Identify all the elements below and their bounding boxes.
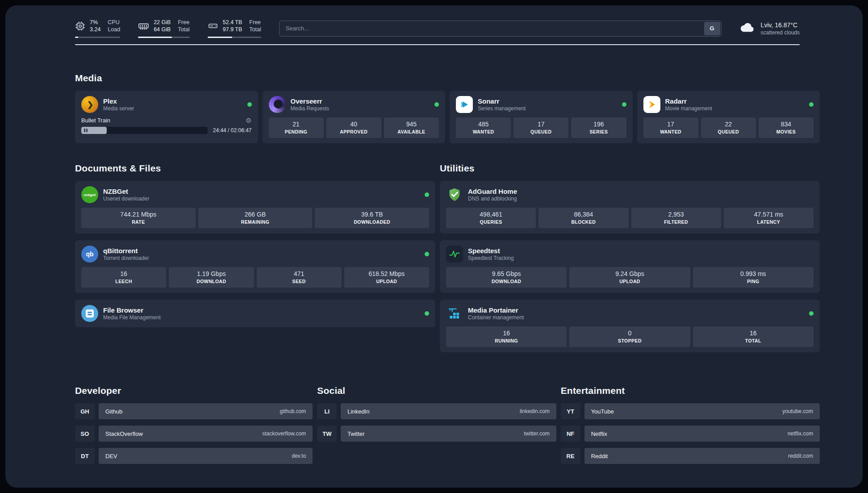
weather-location: Lviv, 16.87°C xyxy=(761,21,800,29)
service-card-overseerr[interactable]: Overseerr Media Requests 21PENDING 40APP… xyxy=(263,91,446,143)
section-title-utilities: Utilities xyxy=(440,163,820,174)
bookmark-twitter[interactable]: TW Twittertwitter.com xyxy=(317,426,556,442)
service-card-sonarr[interactable]: Sonarr Series management 485WANTED 17QUE… xyxy=(450,91,633,143)
disk-free-label: Free xyxy=(249,19,261,26)
disk-usage-bar xyxy=(208,37,261,38)
bookmark-abbr: DT xyxy=(75,448,95,464)
status-online-dot xyxy=(434,102,439,107)
stat-tile: 39.6 TBDOWNLOADED xyxy=(315,208,429,228)
disk-icon xyxy=(208,21,218,31)
bookmark-dev[interactable]: DT DEVdev.to xyxy=(75,448,313,464)
service-subtitle: Torrent downloader xyxy=(103,255,149,262)
dashboard-root: 7% 3.24 CPU Load xyxy=(5,5,863,488)
stat-tile: 471SEED xyxy=(257,267,342,288)
service-subtitle: Movie management xyxy=(665,105,712,112)
stat-tile: 945AVAILABLE xyxy=(384,117,439,138)
service-name: Sonarr xyxy=(478,97,526,105)
playback-time: 24:44 / 02:06:47 xyxy=(213,127,252,134)
section-title-entertainment: Entertainment xyxy=(561,385,820,396)
stat-tile: 16LEECH xyxy=(81,267,166,288)
bookmark-linkedin[interactable]: LI LinkedInlinkedin.com xyxy=(317,403,556,419)
topbar: 7% 3.24 CPU Load xyxy=(75,19,800,38)
section-title-social: Social xyxy=(317,385,556,396)
service-card-qbittorrent[interactable]: qb qBittorrent Torrent downloader 16LEEC… xyxy=(75,240,435,293)
cpu-widget: 7% 3.24 CPU Load xyxy=(75,19,120,38)
disk-widget: 52.4 TB 97.9 TB Free Total xyxy=(208,19,261,38)
service-name: File Browser xyxy=(103,306,161,314)
service-name: Overseerr xyxy=(291,97,330,105)
stat-tile: 9.24 GbpsUPLOAD xyxy=(569,267,690,288)
cpu-load-label: Load xyxy=(108,26,120,33)
bookmark-reddit[interactable]: RE Redditreddit.com xyxy=(561,448,820,464)
media-card-row: ❯ Plex Media server Bullet Train ⚙ xyxy=(75,91,820,143)
service-card-nzbget[interactable]: nzbget NZBGet Usenet downloader 744.21 M… xyxy=(75,181,435,234)
bookmark-abbr: RE xyxy=(561,448,580,464)
pause-icon[interactable] xyxy=(84,129,88,132)
bookmark-stackoverflow[interactable]: SO StackOverflowstackoverflow.com xyxy=(75,426,313,442)
service-name: AdGuard Home xyxy=(468,187,517,196)
stat-tile: 498,461QUERIES xyxy=(446,208,536,228)
service-name: NZBGet xyxy=(103,187,149,196)
adguard-icon xyxy=(446,186,463,203)
service-subtitle: Media server xyxy=(103,105,134,112)
section-title-developer: Developer xyxy=(75,385,313,396)
weather-condition: scattered clouds xyxy=(761,29,800,36)
section-title-media: Media xyxy=(75,73,820,84)
ram-widget: 22 GiB 64 GiB Free Total xyxy=(138,19,190,38)
bookmark-github[interactable]: GH Githubgithub.com xyxy=(75,403,313,419)
settings-gear-icon[interactable]: ⚙ xyxy=(246,117,251,124)
stat-tile: 16RUNNING xyxy=(446,326,567,347)
stat-tile: 17QUEUED xyxy=(513,117,568,138)
stat-tile: 1.19 GbpsDOWNLOAD xyxy=(169,267,254,288)
cpu-percent: 7% xyxy=(90,19,100,26)
cpu-label: CPU xyxy=(108,19,120,26)
filebrowser-icon xyxy=(81,305,98,322)
utilities-column: Utilities AdGuard Home xyxy=(440,163,820,352)
playback-progress-bar[interactable] xyxy=(81,127,208,134)
bookmarks-developer: Developer GH Githubgithub.com SO StackOv… xyxy=(75,385,313,464)
portainer-icon xyxy=(446,305,463,322)
stat-tile: 47.571 msLATENCY xyxy=(724,208,814,228)
plex-icon: ❯ xyxy=(81,96,98,113)
service-subtitle: Container management xyxy=(468,314,524,321)
service-card-filebrowser[interactable]: File Browser Media File Management xyxy=(75,300,435,327)
disk-total-label: Total xyxy=(249,26,261,33)
stat-tile: 9.65 GbpsDOWNLOAD xyxy=(446,267,567,288)
search-engine-button[interactable]: G xyxy=(704,22,720,35)
stat-tile: 0.993 msPING xyxy=(693,267,814,288)
search-bar: G xyxy=(279,21,722,37)
service-card-portainer[interactable]: Media Portainer Container management 16R… xyxy=(440,300,820,352)
disk-free: 52.4 TB xyxy=(223,19,242,26)
service-subtitle: Media File Management xyxy=(103,314,161,321)
section-title-documents: Documents & Files xyxy=(75,163,435,174)
ram-total-label: Total xyxy=(178,26,189,33)
stat-tile: 40APPROVED xyxy=(326,117,381,138)
stat-tile: 21PENDING xyxy=(269,117,324,138)
stat-tile: 86,384BLOCKED xyxy=(538,208,628,228)
search-input[interactable] xyxy=(279,21,722,37)
radarr-icon xyxy=(643,96,660,113)
stat-tile: 196SERIES xyxy=(571,117,626,138)
cpu-load: 3.24 xyxy=(90,26,100,33)
topbar-divider xyxy=(75,44,800,45)
cloud-icon xyxy=(739,21,755,35)
service-card-plex[interactable]: ❯ Plex Media server Bullet Train ⚙ xyxy=(75,91,258,143)
service-card-adguard[interactable]: AdGuard Home DNS and adblocking 498,461Q… xyxy=(440,181,820,234)
ram-usage-bar xyxy=(138,37,190,38)
ram-free: 22 GiB xyxy=(154,19,171,26)
stat-tile: 0STOPPED xyxy=(569,326,690,347)
cpu-icon xyxy=(75,21,85,31)
service-subtitle: DNS and adblocking xyxy=(468,196,517,202)
bookmark-youtube[interactable]: YT YouTubeyoutube.com xyxy=(561,403,820,419)
weather-widget: Lviv, 16.87°C scattered clouds xyxy=(739,21,800,36)
stat-tile: 834MOVIES xyxy=(759,117,814,138)
ram-icon xyxy=(138,21,149,32)
service-name: Media Portainer xyxy=(468,306,524,314)
stat-tile: 2,953FILTERED xyxy=(631,208,721,228)
service-card-radarr[interactable]: Radarr Movie management 17WANTED 22QUEUE… xyxy=(637,91,820,143)
bookmark-netflix[interactable]: NF Netflixnetflix.com xyxy=(561,426,820,442)
bookmarks-entertainment: Entertainment YT YouTubeyoutube.com NF N… xyxy=(561,385,820,464)
qbittorrent-icon: qb xyxy=(81,246,98,263)
service-card-speedtest[interactable]: Speedtest Speedtest Tracking 9.65 GbpsDO… xyxy=(440,240,820,293)
bookmark-abbr: SO xyxy=(75,426,95,442)
